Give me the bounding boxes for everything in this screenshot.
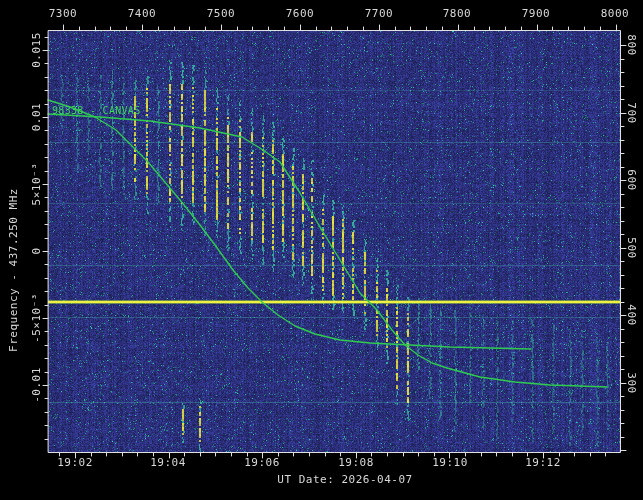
left-axis-tick-label: -0.01 <box>31 367 42 403</box>
left-axis-tick-label: 0.015 <box>31 32 42 68</box>
ut-date-label: UT Date: 2026-04-07 <box>277 474 412 485</box>
right-axis-tick-label: 300 <box>626 372 637 393</box>
right-axis-tick-label: 800 <box>626 34 637 55</box>
top-axis-tick-label: 7700 <box>365 8 394 19</box>
top-axis-tick-label: 7400 <box>128 8 157 19</box>
bottom-axis-tick-label: 19:06 <box>244 457 280 468</box>
top-axis-tick-label: 7900 <box>522 8 551 19</box>
top-axis-tick-label: 7500 <box>207 8 236 19</box>
right-axis-tick-label: 600 <box>626 169 637 190</box>
top-axis-tick-label: 7800 <box>443 8 472 19</box>
top-axis-tick-label: 7300 <box>49 8 78 19</box>
left-axis-tick-label: 0.01 <box>31 103 42 132</box>
right-axis-tick-label: 700 <box>626 102 637 123</box>
spectrogram-canvas <box>0 0 643 500</box>
right-axis-tick-label: 400 <box>626 304 637 325</box>
bottom-axis-tick-label: 19:04 <box>150 457 186 468</box>
bottom-axis-tick-label: 19:02 <box>57 457 93 468</box>
left-axis-tick-label: 0 <box>31 247 42 254</box>
bottom-axis-tick-label: 19:12 <box>525 457 561 468</box>
y-axis-title: Frequency - 437.250 MHz <box>8 188 19 352</box>
left-axis-tick-label: -5×10⁻³ <box>31 293 42 343</box>
satellite-trace-label: 98338 - CANVAS <box>52 106 141 116</box>
bottom-axis-tick-label: 19:08 <box>338 457 374 468</box>
top-axis-tick-label: 8000 <box>601 8 630 19</box>
top-axis-tick-label: 7600 <box>286 8 315 19</box>
spectrogram-window: Frequency - 437.250 MHz UT Date: 2026-04… <box>0 0 643 500</box>
bottom-axis-tick-label: 19:10 <box>432 457 468 468</box>
left-axis-tick-label: 5×10⁻³ <box>31 163 42 206</box>
right-axis-tick-label: 500 <box>626 237 637 258</box>
